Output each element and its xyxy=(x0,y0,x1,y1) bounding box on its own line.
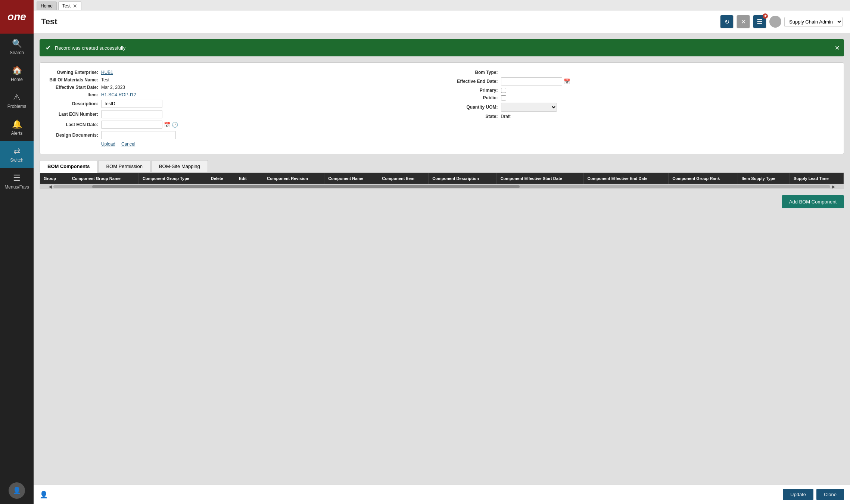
form-left: Owning Enterprise: HUB1 Bill Of Material… xyxy=(46,69,438,148)
effective-start-date-value: Mar 2, 2023 xyxy=(101,85,125,90)
state-row: State: Draft xyxy=(446,113,838,120)
last-ecn-number-label: Last ECN Number: xyxy=(46,112,98,117)
sidebar-item-switch[interactable]: ⇄ Switch xyxy=(0,141,34,168)
tab-bom-permission[interactable]: BOM Permission xyxy=(98,160,150,172)
menus-icon: ☰ xyxy=(13,173,21,183)
calendar-icon[interactable]: 📅 xyxy=(164,122,170,128)
public-label: Public: xyxy=(446,95,498,100)
last-ecn-date-wrapper: 📅 🕐 xyxy=(101,121,178,129)
header-actions: ↻ ✕ ☰ ★ Supply Chain Admin xyxy=(720,15,843,28)
sidebar-item-search[interactable]: 🔍 Search xyxy=(0,34,34,60)
close-button[interactable]: ✕ xyxy=(737,15,750,28)
badge-icon: ★ xyxy=(764,14,767,18)
effective-end-date-label: Effective End Date: xyxy=(446,79,498,84)
cancel-link[interactable]: Cancel xyxy=(121,141,135,147)
col-group: Group xyxy=(40,173,68,184)
alerts-icon: 🔔 xyxy=(12,119,22,129)
tab-nav: BOM Components BOM Permission BOM-Site M… xyxy=(40,160,844,173)
notification-badge: ★ xyxy=(763,13,768,19)
refresh-button[interactable]: ↻ xyxy=(720,15,734,28)
scroll-left-arrow[interactable]: ◀ xyxy=(47,184,53,189)
success-banner: ✔ Record was created successfully ✕ xyxy=(40,39,844,56)
primary-row: Primary: xyxy=(446,87,838,94)
effective-start-date-row: Effective Start Date: Mar 2, 2023 xyxy=(46,84,438,91)
form-grid: Owning Enterprise: HUB1 Bill Of Material… xyxy=(46,69,838,148)
tab-test-label: Test xyxy=(62,3,71,9)
effective-end-date-wrapper: 📅 xyxy=(501,77,570,85)
bottom-icon: 👤 xyxy=(40,491,48,499)
bom-components-table: Group Component Group Name Component Gro… xyxy=(40,173,844,184)
sidebar-item-problems[interactable]: ⚠ Problems xyxy=(0,87,34,114)
sidebar-item-label: Menus/Favs xyxy=(4,184,29,190)
table-header-row: Group Component Group Name Component Gro… xyxy=(40,173,844,184)
menu-icon: ☰ xyxy=(757,18,763,26)
col-component-revision: Component Revision xyxy=(263,173,324,184)
primary-checkbox[interactable] xyxy=(501,88,506,93)
add-bom-component-button[interactable]: Add BOM Component xyxy=(782,195,844,208)
description-label: Description: xyxy=(46,101,98,106)
success-message: Record was created successfully xyxy=(55,45,125,51)
clone-button[interactable]: Clone xyxy=(816,489,844,500)
tab-home[interactable]: Home xyxy=(37,1,57,10)
tab-test[interactable]: Test ✕ xyxy=(58,1,81,10)
sidebar-avatar[interactable]: 👤 xyxy=(0,477,34,504)
item-value[interactable]: H1-SC4-ROP-I12 xyxy=(101,92,136,97)
bill-of-materials-value: Test xyxy=(101,77,109,83)
bottom-actions: Update Clone xyxy=(783,489,844,500)
last-ecn-date-label: Last ECN Date: xyxy=(46,122,98,127)
clock-icon[interactable]: 🕐 xyxy=(172,122,178,128)
public-checkbox[interactable] xyxy=(501,95,506,100)
scroll-right-arrow[interactable]: ▶ xyxy=(830,184,837,189)
tab-bom-components[interactable]: BOM Components xyxy=(40,160,97,173)
col-edit: Edit xyxy=(235,173,263,184)
home-icon: 🏠 xyxy=(12,66,22,75)
user-role-select[interactable]: Supply Chain Admin xyxy=(784,17,843,27)
last-ecn-number-row: Last ECN Number: xyxy=(46,109,438,119)
primary-label: Primary: xyxy=(446,88,498,93)
add-bom-wrapper: Add BOM Component xyxy=(40,192,844,214)
effective-end-date-calendar-icon[interactable]: 📅 xyxy=(564,78,570,84)
owning-enterprise-value[interactable]: HUB1 xyxy=(101,70,113,75)
sidebar-item-label: Home xyxy=(11,77,23,82)
col-delete: Delete xyxy=(207,173,235,184)
col-item-supply-type: Item Supply Type xyxy=(738,173,790,184)
page-title: Test xyxy=(41,17,57,27)
sidebar-item-home[interactable]: 🏠 Home xyxy=(0,60,34,87)
app-logo[interactable]: one xyxy=(0,0,34,34)
tab-close-icon[interactable]: ✕ xyxy=(73,3,77,9)
description-input[interactable] xyxy=(101,100,162,108)
upload-link[interactable]: Upload xyxy=(101,141,115,147)
scroll-thumb xyxy=(92,185,520,188)
sidebar-item-menus[interactable]: ☰ Menus/Favs xyxy=(0,168,34,195)
sidebar: one 🔍 Search 🏠 Home ⚠ Problems 🔔 Alerts … xyxy=(0,0,34,504)
star-badge-wrapper: ☰ ★ xyxy=(753,15,766,28)
last-ecn-number-input[interactable] xyxy=(101,110,162,118)
banner-close-icon[interactable]: ✕ xyxy=(835,44,840,52)
col-component-group-rank: Component Group Rank xyxy=(669,173,738,184)
main-content: Home Test ✕ Test ↻ ✕ ☰ xyxy=(34,0,850,504)
design-documents-label: Design Documents: xyxy=(46,133,98,138)
effective-end-date-input[interactable] xyxy=(501,77,562,85)
state-value: Draft xyxy=(501,114,511,119)
quantity-uom-select[interactable] xyxy=(501,103,557,112)
sidebar-item-alerts[interactable]: 🔔 Alerts xyxy=(0,114,34,141)
col-component-effective-start-date: Component Effective Start Date xyxy=(496,173,583,184)
scroll-area: ◀ ▶ xyxy=(40,184,844,189)
tab-bom-site-mapping[interactable]: BOM-Site Mapping xyxy=(151,160,208,172)
scroll-track[interactable] xyxy=(53,185,830,188)
bom-components-table-wrapper: Group Component Group Name Component Gro… xyxy=(40,173,844,184)
avatar-icon: 👤 xyxy=(9,482,25,499)
quantity-uom-label: Quantity UOM: xyxy=(446,105,498,110)
tab-section: BOM Components BOM Permission BOM-Site M… xyxy=(40,160,844,214)
design-documents-input[interactable] xyxy=(101,131,176,139)
sidebar-item-label: Problems xyxy=(7,104,27,109)
col-component-effective-end-date: Component Effective End Date xyxy=(583,173,669,184)
effective-end-date-row: Effective End Date: 📅 xyxy=(446,76,838,87)
bom-type-row: Bom Type: xyxy=(446,69,838,76)
update-button[interactable]: Update xyxy=(783,489,813,500)
form-right: Bom Type: Effective End Date: 📅 Primary: xyxy=(446,69,838,148)
owning-enterprise-label: Owning Enterprise: xyxy=(46,70,98,75)
bill-of-materials-row: Bill Of Materials Name: Test xyxy=(46,76,438,84)
switch-icon: ⇄ xyxy=(13,146,20,156)
last-ecn-date-input[interactable] xyxy=(101,121,162,129)
